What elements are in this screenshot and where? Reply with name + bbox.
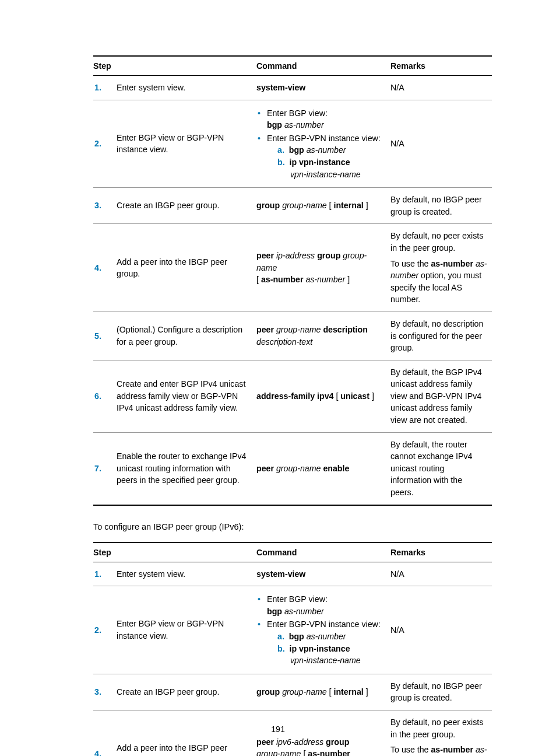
step-number: 3. <box>93 188 117 224</box>
step-text: Enter system view. <box>117 76 256 100</box>
table-row: 7. Enable the router to exchange IPv4 un… <box>93 432 492 505</box>
remarks-text: By default, no description is configured… <box>390 312 492 360</box>
step-number: 4. <box>93 224 117 312</box>
step-text: Create an IBGP peer group. <box>117 188 256 224</box>
command-text: Enter BGP view: bgp as-number Enter BGP-… <box>256 586 390 674</box>
header-remarks: Remarks <box>390 542 492 562</box>
step-text: Create an IBGP peer group. <box>117 674 256 710</box>
command-text: peer ip-address group group-name [ as-nu… <box>256 224 390 312</box>
command-text: system-view <box>256 83 305 92</box>
remarks-text: N/A <box>390 76 492 100</box>
table-row: 2. Enter BGP view or BGP-VPN instance vi… <box>93 586 492 674</box>
command-text: address-family ipv4 [ unicast ] <box>256 360 390 432</box>
step-number: 3. <box>93 674 117 710</box>
ibgp-ipv6-table: Step Command Remarks 1. Enter system vie… <box>93 542 492 756</box>
step-text: Enter system view. <box>117 562 256 586</box>
command-text: group group-name [ internal ] <box>256 188 390 224</box>
command-text: Enter BGP view: bgp as-number Enter BGP-… <box>256 100 390 188</box>
step-text: (Optional.) Configure a description for … <box>117 312 256 360</box>
table-row: 4. Add a peer into the IBGP peer group. … <box>93 224 492 312</box>
step-number: 7. <box>93 432 117 505</box>
step-text: Add a peer into the IBGP peer group. <box>117 224 256 312</box>
command-text: peer group-name enable <box>256 432 390 505</box>
step-number: 5. <box>93 312 117 360</box>
remarks-text: N/A <box>390 100 492 188</box>
header-step: Step <box>93 56 256 76</box>
step-number: 1. <box>93 76 117 100</box>
table-row: 5. (Optional.) Configure a description f… <box>93 312 492 360</box>
page-number: 191 <box>0 724 556 734</box>
step-number: 1. <box>93 562 117 586</box>
ibgp-ipv4-table: Step Command Remarks 1. Enter system vie… <box>93 55 492 506</box>
table-row: 1. Enter system view. system-view N/A <box>93 76 492 100</box>
command-text: peer group-name descriptiondescription-t… <box>256 312 390 360</box>
header-command: Command <box>256 542 390 562</box>
remarks-text: By default, no IBGP peer group is create… <box>390 674 492 710</box>
table-row: 3. Create an IBGP peer group. group grou… <box>93 674 492 710</box>
command-text: system-view <box>256 569 305 579</box>
table-row: 3. Create an IBGP peer group. group grou… <box>93 188 492 224</box>
step-text: Enable the router to exchange IPv4 unica… <box>117 432 256 505</box>
remarks-text: By default, the router cannot exchange I… <box>390 432 492 505</box>
remarks-text: By default, no peer exists in the peer g… <box>390 224 492 312</box>
remarks-text: By default, no IBGP peer group is create… <box>390 188 492 224</box>
header-command: Command <box>256 56 390 76</box>
table-row: 1. Enter system view. system-view N/A <box>93 562 492 586</box>
intro-text: To configure an IBGP peer group (IPv6): <box>93 522 492 531</box>
step-number: 2. <box>93 100 117 188</box>
step-number: 6. <box>93 360 117 432</box>
remarks-text: N/A <box>390 562 492 586</box>
remarks-text: N/A <box>390 586 492 674</box>
step-text: Enter BGP view or BGP-VPN instance view. <box>117 100 256 188</box>
step-number: 2. <box>93 586 117 674</box>
table-row: 2. Enter BGP view or BGP-VPN instance vi… <box>93 100 492 188</box>
command-text: group group-name [ internal ] <box>256 674 390 710</box>
step-text: Enter BGP view or BGP-VPN instance view. <box>117 586 256 674</box>
header-remarks: Remarks <box>390 56 492 76</box>
step-text: Create and enter BGP IPv4 unicast addres… <box>117 360 256 432</box>
table-row: 6. Create and enter BGP IPv4 unicast add… <box>93 360 492 432</box>
header-step: Step <box>93 542 256 562</box>
remarks-text: By default, the BGP IPv4 unicast address… <box>390 360 492 432</box>
